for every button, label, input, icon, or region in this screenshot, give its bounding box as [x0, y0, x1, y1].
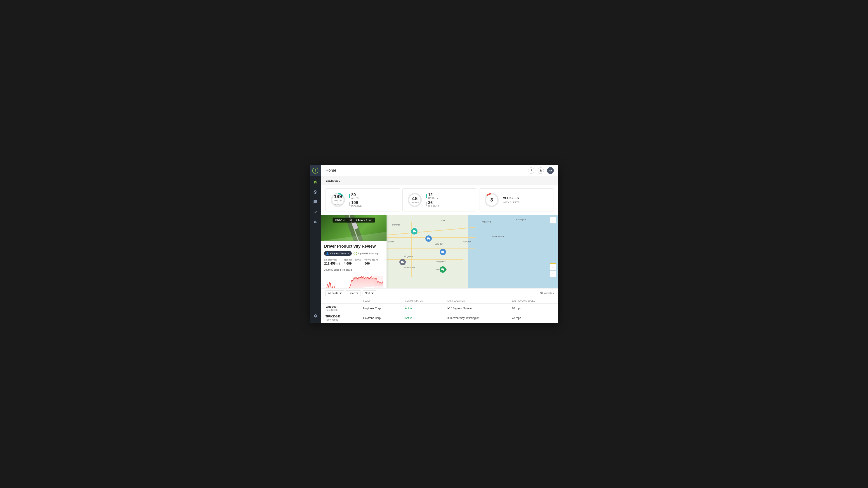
map-label-myrtle: Myrtle Beach: [492, 235, 504, 238]
alerts-subtitle-1: VEHICLES: [503, 196, 520, 200]
driver-panel-image: DRIVING TIME: 4 hours 6 min: [321, 215, 386, 241]
vehicle-marker-5[interactable]: [399, 259, 406, 265]
odometer-value: 213,458 mi: [324, 262, 340, 265]
map-label-dillon: Dillon: [440, 219, 445, 222]
map-panel-area: DRIVING TIME: 4 hours 6 min Driver Produ…: [321, 215, 558, 288]
driver-metrics: ODOMETER 213,458 mi ENGINE HOURS 4,689 T…: [324, 259, 383, 265]
engine-hours-metric: ENGINE HOURS 4,689: [344, 259, 361, 265]
table-row[interactable]: VAN-101Paul Smith Haytrans Corp Active I…: [321, 304, 558, 313]
active-count: 80: [351, 193, 360, 197]
sidebar-settings[interactable]: [310, 311, 321, 321]
sidebar-item-globe[interactable]: [310, 187, 321, 197]
inactive-count: 109: [351, 201, 362, 205]
tab-dashboard[interactable]: Dashboard: [326, 176, 341, 185]
map-label-lakecity: Lake City: [435, 243, 443, 245]
odometer-metric: ODOMETER 213,458 mi: [324, 259, 340, 265]
drivers-total: 48: [411, 196, 419, 201]
alerts-count: 3: [490, 197, 493, 202]
col-fleet: FLEET: [359, 298, 401, 304]
vehicles-table: FLEET COMMS STATUS LAST LOCATION LAST KN…: [321, 298, 558, 323]
help-button[interactable]: ?: [528, 167, 534, 174]
vehicles-donut: 189 VEHICLES &DEVICES: [330, 192, 346, 208]
speed-chart: 03:30 06:00 07:00 07:30: [324, 272, 383, 288]
table-area: All fleets Filter Sort 94 vehicles: [321, 288, 558, 323]
table-row[interactable]: TRUCK-143Tony Jones Haytrans Corp Active…: [321, 313, 558, 323]
map-label-summerville: Summerville: [404, 266, 415, 269]
col-location: LAST LOCATION: [443, 298, 507, 304]
sidebar-item-reports[interactable]: [310, 217, 321, 227]
sidebar-item-analytics[interactable]: [310, 207, 321, 217]
sidebar-item-settings: [310, 311, 321, 321]
page-title: Home: [326, 168, 528, 173]
map-label-kingstree: Kingstree: [404, 255, 413, 258]
map-label-georgetown: Georgetown: [435, 260, 446, 263]
drivers-info: 12 ON DUTY 36 OFF DUTY: [426, 193, 439, 207]
inactive-label: INACTIVE: [351, 205, 362, 207]
map-expand-button[interactable]: ⛶: [550, 217, 556, 223]
driver-panel: DRIVING TIME: 4 hours 6 min Driver Produ…: [321, 215, 386, 288]
map-zoom-out-button[interactable]: −: [550, 271, 556, 277]
header: Home ? AH: [321, 165, 558, 176]
user-avatar[interactable]: AH: [547, 167, 554, 174]
map-label-conway: Conway: [463, 240, 471, 243]
engine-hours-value: 4,689: [344, 262, 361, 265]
on-duty-label: ON DUTY: [428, 197, 438, 199]
all-fleets-dropdown[interactable]: All fleets: [326, 290, 344, 296]
map-zoom-in-button[interactable]: +: [550, 264, 556, 270]
chart-label: Journey Speed Timecard: [324, 268, 383, 271]
notifications-button[interactable]: [537, 167, 544, 174]
sidebar-item-messages[interactable]: [310, 197, 321, 207]
driver-panel-title: Driver Productivity Review: [324, 244, 383, 249]
sort-dropdown[interactable]: Sort: [363, 290, 376, 296]
alerts-donut: 3: [484, 192, 500, 208]
driver-tag-close[interactable]: ✕: [348, 252, 349, 255]
header-actions: ? AH: [528, 167, 554, 174]
col-vehicle: [321, 298, 359, 304]
driver-tag[interactable]: 👤 Charles Dixon ✕: [324, 251, 352, 256]
alerts-info: VEHICLES WITH ALERTS: [503, 196, 520, 204]
map-water: [468, 215, 558, 288]
vehicle-marker-6[interactable]: [440, 266, 446, 273]
driver-panel-body: Driver Productivity Review 👤 Charles Dix…: [321, 241, 386, 288]
vehicle-count: 94 vehicles: [540, 292, 554, 295]
map-road-5: [452, 219, 452, 266]
alerts-subtitle-2: WITH ALERTS: [503, 201, 520, 204]
active-label: ACTIVE: [351, 197, 360, 199]
odometer-label: ODOMETER: [324, 259, 340, 261]
vehicle-marker-4[interactable]: [440, 249, 446, 255]
updated-badge: ↺ Updated 3 sec ago: [353, 252, 379, 255]
map-label-wilmington: Wilmington: [516, 219, 526, 221]
person-icon: 👤: [326, 252, 329, 255]
sidebar-nav: [310, 177, 321, 311]
driver-tag-row: 👤 Charles Dixon ✕ ↺ Updated 3 sec ago: [324, 251, 383, 256]
on-duty-count: 12: [428, 193, 438, 197]
sidebar: [310, 165, 321, 323]
off-duty-count: 36: [428, 201, 439, 205]
filter-dropdown[interactable]: Filter: [346, 290, 361, 296]
map-zoom-controls: + −: [550, 264, 556, 277]
map-label-whiteville: Whiteville: [483, 221, 491, 223]
svg-rect-7: [374, 276, 383, 288]
driving-time-badge: DRIVING TIME: 4 hours 6 min: [333, 218, 375, 223]
sidebar-item-home[interactable]: [310, 177, 321, 187]
col-comms: COMMS STATUS: [401, 298, 443, 304]
app-container: Home ? AH Dashboard: [310, 165, 558, 323]
vehicles-info: 80 ACTIVE 109 INACTIVE: [349, 193, 362, 207]
driver-name: Charles Dixon: [330, 252, 346, 255]
alerts-stat-card: 3 VEHICLES WITH ALERTS: [479, 188, 554, 212]
updated-text: Updated 3 sec ago: [358, 252, 379, 255]
stats-row: 189 VEHICLES &DEVICES 80 ACTIVE: [321, 185, 558, 215]
vehicles-total: 189: [333, 194, 342, 199]
main-content: Home ? AH Dashboard: [321, 165, 558, 323]
refresh-icon: ↺: [353, 252, 357, 255]
total-trips-label: TOTAL TRIPS: [364, 259, 378, 261]
table-toolbar: All fleets Filter Sort 94 vehicles: [321, 289, 558, 298]
map-controls-top: ⛶: [550, 217, 556, 223]
tabs-bar: Dashboard: [321, 176, 558, 185]
drivers-donut: 48 DRIVERS: [407, 192, 423, 208]
total-trips-metric: TOTAL TRIPS 566: [364, 259, 378, 265]
sidebar-logo[interactable]: [310, 165, 321, 176]
vehicle-marker-3[interactable]: [426, 235, 432, 242]
vehicle-marker-2[interactable]: [411, 228, 417, 234]
total-trips-value: 566: [364, 262, 378, 265]
